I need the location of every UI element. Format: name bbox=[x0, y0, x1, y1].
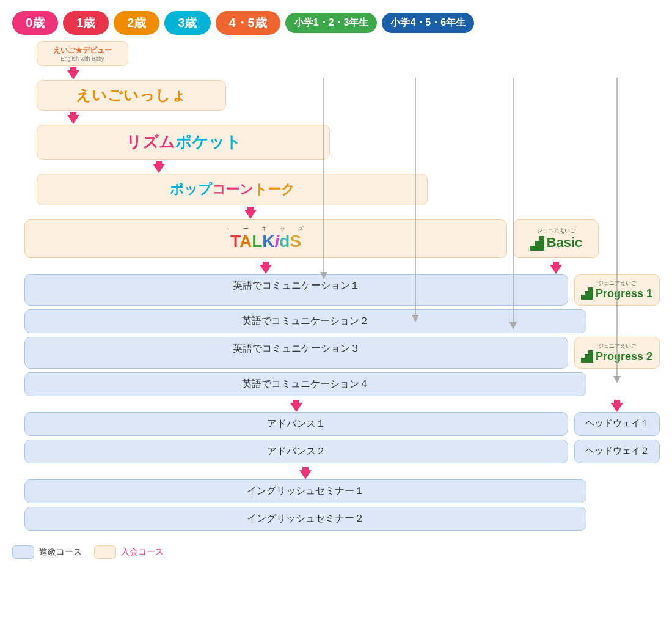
progress2-furigana: ジュニアえいご bbox=[581, 342, 653, 350]
eigo-debut-title: えいご★デビュー bbox=[43, 45, 122, 56]
basic-box: ジュニアえいご Basic bbox=[513, 219, 599, 258]
eigo-debut-box: えいご★デビュー English with Baby bbox=[37, 41, 128, 66]
basic-stairs-icon bbox=[530, 236, 544, 251]
talkids-box: ト ー キ ッ ズ TALKidS bbox=[24, 219, 507, 258]
age-badge-0: 0歳 bbox=[12, 11, 58, 35]
progress1-box: ジュニアえいご Progress 1 bbox=[574, 274, 660, 306]
arrows-after-comm bbox=[24, 400, 660, 412]
arrow-advance-down bbox=[24, 467, 586, 479]
talkids-logo: ト ー キ ッ ズ TALKidS bbox=[35, 226, 497, 251]
comm2-row: 英語でコミュニケーション２ bbox=[24, 309, 660, 333]
progress1-label: Progress 1 bbox=[596, 287, 652, 300]
svg-marker-8 bbox=[550, 262, 562, 274]
age-badge-1: 1歳 bbox=[63, 11, 109, 35]
arrows-after-talkids bbox=[24, 262, 660, 274]
age-badge-2: 2歳 bbox=[114, 11, 159, 35]
eigo-debut-sub: English with Baby bbox=[43, 56, 122, 62]
svg-rect-14 bbox=[588, 350, 593, 363]
progress2-stairs-icon bbox=[581, 350, 593, 363]
seminar2-box: イングリッシュセミナー２ bbox=[24, 507, 586, 531]
page-wrapper: 0歳 1歳 2歳 3歳 4・5歳 小学1・2・3年生 小学4・5・6年生 えいご… bbox=[0, 0, 672, 567]
svg-rect-11 bbox=[588, 287, 593, 300]
eigo-issho-container: えいごいっしょ bbox=[24, 80, 660, 111]
eigo-issho-box: えいごいっしょ bbox=[37, 80, 226, 111]
svg-rect-13 bbox=[585, 354, 588, 363]
legend: 進級コース 入会コース bbox=[0, 537, 672, 567]
talkids-text: TALKidS bbox=[230, 232, 301, 251]
arrow-1 bbox=[12, 67, 660, 79]
rhythm-box: リズムポケット bbox=[37, 125, 330, 160]
svg-rect-9 bbox=[581, 295, 585, 300]
svg-marker-2 bbox=[153, 161, 165, 173]
arrow-2 bbox=[12, 112, 660, 124]
progress1-logo: Progress 1 bbox=[581, 287, 653, 300]
advance1-row: アドバンス１ ヘッドウェイ１ bbox=[24, 412, 660, 436]
arrow-4 bbox=[12, 207, 660, 219]
arrow-basic-down bbox=[513, 262, 599, 274]
svg-marker-16 bbox=[611, 400, 623, 412]
age-badge-3: 3歳 bbox=[164, 11, 210, 35]
course-flow: えいご★デビュー English with Baby えいごいっしょ リズムポケ… bbox=[0, 41, 672, 531]
age-badge-4-5: 4・5歳 bbox=[216, 11, 280, 35]
svg-rect-10 bbox=[585, 291, 588, 300]
legend-blue-box bbox=[12, 545, 34, 559]
arrow-talkids-down bbox=[24, 262, 507, 274]
basic-furigana: ジュニアえいご bbox=[537, 227, 575, 235]
legend-shinkyuu: 進級コース bbox=[12, 545, 82, 559]
advance2-row: アドバンス２ ヘッドウェイ２ bbox=[24, 440, 660, 463]
rhythm-container: リズムポケット bbox=[24, 125, 660, 160]
age-badge-shougaku-1-3: 小学1・2・3年生 bbox=[285, 13, 378, 33]
arrow-3 bbox=[12, 161, 660, 173]
rhythm-label: リズムポケット bbox=[126, 133, 241, 151]
advance1-box: アドバンス１ bbox=[24, 412, 568, 436]
seminar1-row: イングリッシュセミナー１ bbox=[24, 479, 660, 503]
svg-rect-12 bbox=[581, 358, 585, 363]
comm1-box: 英語でコミュニケーション１ bbox=[24, 274, 568, 306]
seminar1-box: イングリッシュセミナー１ bbox=[24, 479, 586, 503]
progress2-label: Progress 2 bbox=[596, 350, 652, 363]
arrows-after-advance bbox=[24, 467, 660, 479]
age-badges-row: 0歳 1歳 2歳 3歳 4・5歳 小学1・2・3年生 小学4・5・6年生 bbox=[0, 0, 672, 41]
svg-marker-0 bbox=[67, 67, 79, 79]
comm4-box: 英語でコミュニケーション４ bbox=[24, 372, 586, 396]
legend-nyuukai-label: 入会コース bbox=[121, 547, 164, 558]
comm3-box: 英語でコミュニケーション３ bbox=[24, 337, 568, 369]
popcorn-box: ポップコーントーク bbox=[37, 174, 428, 205]
svg-marker-1 bbox=[67, 112, 79, 124]
svg-rect-4 bbox=[530, 246, 535, 251]
eigo-debut-container: えいご★デビュー English with Baby bbox=[24, 41, 660, 66]
progress1-stairs-icon bbox=[581, 287, 593, 300]
comm4-row: 英語でコミュニケーション４ bbox=[24, 372, 660, 396]
comm2-box: 英語でコミュニケーション２ bbox=[24, 309, 586, 333]
comm3-row: 英語でコミュニケーション３ ジュニアえいご Progress 2 bbox=[24, 337, 660, 369]
headway2-box: ヘッドウェイ２ bbox=[574, 440, 660, 463]
progress2-box: ジュニアえいご Progress 2 bbox=[574, 337, 660, 369]
svg-marker-17 bbox=[299, 467, 312, 479]
seminar2-row: イングリッシュセミナー２ bbox=[24, 507, 660, 531]
progress1-furigana: ジュニアえいご bbox=[581, 279, 653, 287]
arrow-comm-down bbox=[24, 400, 568, 412]
advance2-box: アドバンス２ bbox=[24, 440, 568, 463]
svg-marker-3 bbox=[244, 207, 257, 219]
eigo-issho-label: えいごいっしょ bbox=[76, 87, 187, 103]
arrow-progress-down bbox=[574, 400, 660, 412]
legend-peach-box bbox=[94, 545, 116, 559]
popcorn-container: ポップコーントーク bbox=[24, 174, 660, 205]
talkids-basic-row: ト ー キ ッ ズ TALKidS ジュニアえいご Basic bbox=[24, 219, 660, 258]
comm1-row: 英語でコミュニケーション１ ジュニアえいご Progress 1 bbox=[24, 274, 660, 306]
popcorn-label: ポップコーントーク bbox=[170, 182, 295, 197]
legend-shinkyuu-label: 進級コース bbox=[39, 547, 82, 558]
svg-marker-7 bbox=[260, 262, 272, 274]
basic-logo: Basic bbox=[530, 235, 583, 251]
progress2-logo: Progress 2 bbox=[581, 350, 653, 363]
basic-label: Basic bbox=[547, 235, 583, 251]
svg-marker-15 bbox=[290, 400, 302, 412]
legend-nyuukai: 入会コース bbox=[94, 545, 164, 559]
age-badge-shougaku-4-6: 小学4・5・6年生 bbox=[382, 13, 474, 33]
svg-rect-5 bbox=[535, 241, 539, 251]
headway1-box: ヘッドウェイ１ bbox=[574, 412, 660, 436]
svg-rect-6 bbox=[539, 236, 544, 251]
